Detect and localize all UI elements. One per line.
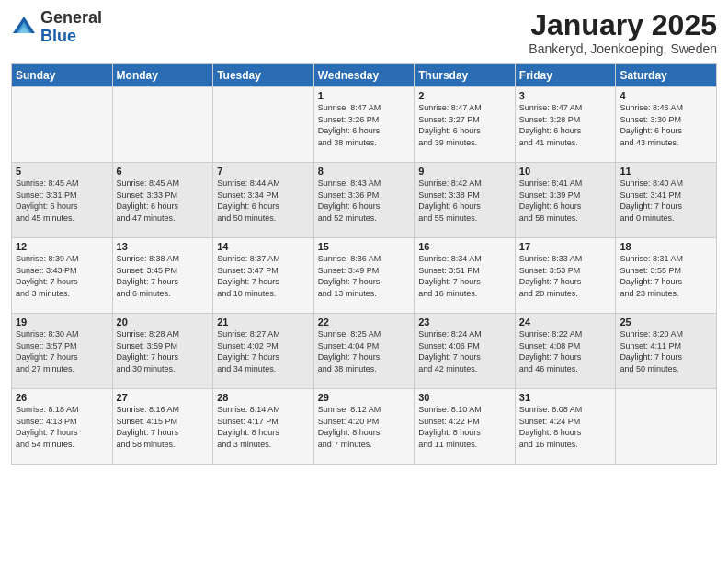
calendar-cell: 17Sunrise: 8:33 AM Sunset: 3:53 PM Dayli… bbox=[515, 238, 616, 314]
calendar-cell: 20Sunrise: 8:28 AM Sunset: 3:59 PM Dayli… bbox=[112, 314, 213, 389]
day-number: 22 bbox=[318, 316, 411, 327]
calendar-cell: 30Sunrise: 8:10 AM Sunset: 4:22 PM Dayli… bbox=[415, 389, 516, 465]
calendar-cell: 25Sunrise: 8:20 AM Sunset: 4:11 PM Dayli… bbox=[616, 314, 717, 389]
calendar-cell: 12Sunrise: 8:39 AM Sunset: 3:43 PM Dayli… bbox=[12, 238, 113, 314]
day-info: Sunrise: 8:18 AM Sunset: 4:13 PM Dayligh… bbox=[16, 404, 108, 450]
day-number: 2 bbox=[418, 90, 511, 101]
calendar-cell: 16Sunrise: 8:34 AM Sunset: 3:51 PM Dayli… bbox=[415, 238, 516, 314]
day-info: Sunrise: 8:44 AM Sunset: 3:34 PM Dayligh… bbox=[217, 178, 310, 224]
day-number: 31 bbox=[519, 392, 612, 403]
day-info: Sunrise: 8:47 AM Sunset: 3:27 PM Dayligh… bbox=[418, 102, 511, 148]
day-number: 11 bbox=[620, 166, 712, 177]
calendar-cell: 5Sunrise: 8:45 AM Sunset: 3:31 PM Daylig… bbox=[12, 163, 113, 238]
day-info: Sunrise: 8:41 AM Sunset: 3:39 PM Dayligh… bbox=[519, 178, 612, 224]
day-info: Sunrise: 8:46 AM Sunset: 3:30 PM Dayligh… bbox=[620, 102, 712, 148]
day-info: Sunrise: 8:25 AM Sunset: 4:04 PM Dayligh… bbox=[318, 328, 411, 374]
logo-blue: Blue bbox=[40, 27, 76, 45]
day-info: Sunrise: 8:24 AM Sunset: 4:06 PM Dayligh… bbox=[418, 328, 511, 374]
calendar-cell: 4Sunrise: 8:46 AM Sunset: 3:30 PM Daylig… bbox=[616, 87, 717, 163]
calendar-cell: 13Sunrise: 8:38 AM Sunset: 3:45 PM Dayli… bbox=[112, 238, 213, 314]
day-number: 18 bbox=[620, 241, 712, 252]
calendar-cell bbox=[213, 87, 314, 163]
day-number: 30 bbox=[418, 392, 511, 403]
day-number: 16 bbox=[418, 241, 511, 252]
day-info: Sunrise: 8:39 AM Sunset: 3:43 PM Dayligh… bbox=[16, 253, 108, 299]
calendar-week-row: 1Sunrise: 8:47 AM Sunset: 3:26 PM Daylig… bbox=[12, 87, 717, 163]
calendar-cell: 11Sunrise: 8:40 AM Sunset: 3:41 PM Dayli… bbox=[616, 163, 717, 238]
day-number: 21 bbox=[217, 316, 310, 327]
day-number: 14 bbox=[217, 241, 310, 252]
day-number: 17 bbox=[519, 241, 612, 252]
logo: General Blue bbox=[11, 9, 102, 46]
title-block: January 2025 Bankeryd, Joenkoeping, Swed… bbox=[529, 9, 717, 56]
day-info: Sunrise: 8:12 AM Sunset: 4:20 PM Dayligh… bbox=[318, 404, 411, 450]
day-number: 5 bbox=[16, 166, 108, 177]
calendar-cell: 9Sunrise: 8:42 AM Sunset: 3:38 PM Daylig… bbox=[415, 163, 516, 238]
calendar-cell: 26Sunrise: 8:18 AM Sunset: 4:13 PM Dayli… bbox=[12, 389, 113, 465]
calendar-cell: 1Sunrise: 8:47 AM Sunset: 3:26 PM Daylig… bbox=[313, 87, 415, 163]
day-number: 3 bbox=[519, 90, 612, 101]
day-info: Sunrise: 8:38 AM Sunset: 3:45 PM Dayligh… bbox=[117, 253, 210, 299]
day-info: Sunrise: 8:37 AM Sunset: 3:47 PM Dayligh… bbox=[217, 253, 310, 299]
day-info: Sunrise: 8:45 AM Sunset: 3:31 PM Dayligh… bbox=[16, 178, 108, 224]
day-of-week-header: Friday bbox=[515, 64, 616, 87]
day-number: 26 bbox=[16, 392, 108, 403]
calendar-week-row: 12Sunrise: 8:39 AM Sunset: 3:43 PM Dayli… bbox=[12, 238, 717, 314]
calendar-cell: 19Sunrise: 8:30 AM Sunset: 3:57 PM Dayli… bbox=[12, 314, 113, 389]
calendar-cell: 29Sunrise: 8:12 AM Sunset: 4:20 PM Dayli… bbox=[313, 389, 415, 465]
calendar-week-row: 5Sunrise: 8:45 AM Sunset: 3:31 PM Daylig… bbox=[12, 163, 717, 238]
calendar-cell: 10Sunrise: 8:41 AM Sunset: 3:39 PM Dayli… bbox=[515, 163, 616, 238]
page-header: General Blue January 2025 Bankeryd, Joen… bbox=[11, 9, 717, 56]
day-info: Sunrise: 8:28 AM Sunset: 3:59 PM Dayligh… bbox=[117, 328, 210, 374]
day-number: 4 bbox=[620, 90, 712, 101]
day-info: Sunrise: 8:30 AM Sunset: 3:57 PM Dayligh… bbox=[16, 328, 108, 374]
calendar-header-row: SundayMondayTuesdayWednesdayThursdayFrid… bbox=[12, 64, 717, 87]
calendar-cell: 18Sunrise: 8:31 AM Sunset: 3:55 PM Dayli… bbox=[616, 238, 717, 314]
calendar-cell: 8Sunrise: 8:43 AM Sunset: 3:36 PM Daylig… bbox=[313, 163, 415, 238]
day-of-week-header: Sunday bbox=[12, 64, 113, 87]
day-number: 1 bbox=[318, 90, 411, 101]
day-info: Sunrise: 8:36 AM Sunset: 3:49 PM Dayligh… bbox=[318, 253, 411, 299]
location: Bankeryd, Joenkoeping, Sweden bbox=[529, 41, 717, 56]
day-info: Sunrise: 8:33 AM Sunset: 3:53 PM Dayligh… bbox=[519, 253, 612, 299]
day-info: Sunrise: 8:47 AM Sunset: 3:26 PM Dayligh… bbox=[318, 102, 411, 148]
logo-text: General Blue bbox=[40, 9, 102, 46]
day-info: Sunrise: 8:20 AM Sunset: 4:11 PM Dayligh… bbox=[620, 328, 712, 374]
calendar-cell: 6Sunrise: 8:45 AM Sunset: 3:33 PM Daylig… bbox=[112, 163, 213, 238]
day-number: 20 bbox=[117, 316, 210, 327]
day-info: Sunrise: 8:22 AM Sunset: 4:08 PM Dayligh… bbox=[519, 328, 612, 374]
day-number: 12 bbox=[16, 241, 108, 252]
day-info: Sunrise: 8:14 AM Sunset: 4:17 PM Dayligh… bbox=[217, 404, 310, 450]
day-info: Sunrise: 8:40 AM Sunset: 3:41 PM Dayligh… bbox=[620, 178, 712, 224]
calendar-cell: 7Sunrise: 8:44 AM Sunset: 3:34 PM Daylig… bbox=[213, 163, 314, 238]
day-info: Sunrise: 8:10 AM Sunset: 4:22 PM Dayligh… bbox=[418, 404, 511, 450]
day-number: 27 bbox=[117, 392, 210, 403]
day-info: Sunrise: 8:08 AM Sunset: 4:24 PM Dayligh… bbox=[519, 404, 612, 450]
calendar-cell: 23Sunrise: 8:24 AM Sunset: 4:06 PM Dayli… bbox=[415, 314, 516, 389]
calendar-cell: 28Sunrise: 8:14 AM Sunset: 4:17 PM Dayli… bbox=[213, 389, 314, 465]
logo-icon bbox=[11, 15, 37, 40]
day-info: Sunrise: 8:47 AM Sunset: 3:28 PM Dayligh… bbox=[519, 102, 612, 148]
calendar-cell: 21Sunrise: 8:27 AM Sunset: 4:02 PM Dayli… bbox=[213, 314, 314, 389]
day-number: 13 bbox=[117, 241, 210, 252]
day-of-week-header: Saturday bbox=[616, 64, 717, 87]
day-number: 10 bbox=[519, 166, 612, 177]
day-number: 24 bbox=[519, 316, 612, 327]
day-info: Sunrise: 8:27 AM Sunset: 4:02 PM Dayligh… bbox=[217, 328, 310, 374]
day-number: 6 bbox=[117, 166, 210, 177]
calendar-table: SundayMondayTuesdayWednesdayThursdayFrid… bbox=[11, 63, 717, 465]
day-number: 29 bbox=[318, 392, 411, 403]
calendar-cell: 15Sunrise: 8:36 AM Sunset: 3:49 PM Dayli… bbox=[313, 238, 415, 314]
day-info: Sunrise: 8:45 AM Sunset: 3:33 PM Dayligh… bbox=[117, 178, 210, 224]
day-number: 7 bbox=[217, 166, 310, 177]
day-number: 8 bbox=[318, 166, 411, 177]
month-title: January 2025 bbox=[529, 9, 717, 41]
day-number: 15 bbox=[318, 241, 411, 252]
calendar-cell bbox=[12, 87, 113, 163]
day-of-week-header: Tuesday bbox=[213, 64, 314, 87]
calendar-cell: 24Sunrise: 8:22 AM Sunset: 4:08 PM Dayli… bbox=[515, 314, 616, 389]
calendar-cell: 31Sunrise: 8:08 AM Sunset: 4:24 PM Dayli… bbox=[515, 389, 616, 465]
day-info: Sunrise: 8:43 AM Sunset: 3:36 PM Dayligh… bbox=[318, 178, 411, 224]
logo-general: General bbox=[40, 8, 102, 27]
day-number: 28 bbox=[217, 392, 310, 403]
